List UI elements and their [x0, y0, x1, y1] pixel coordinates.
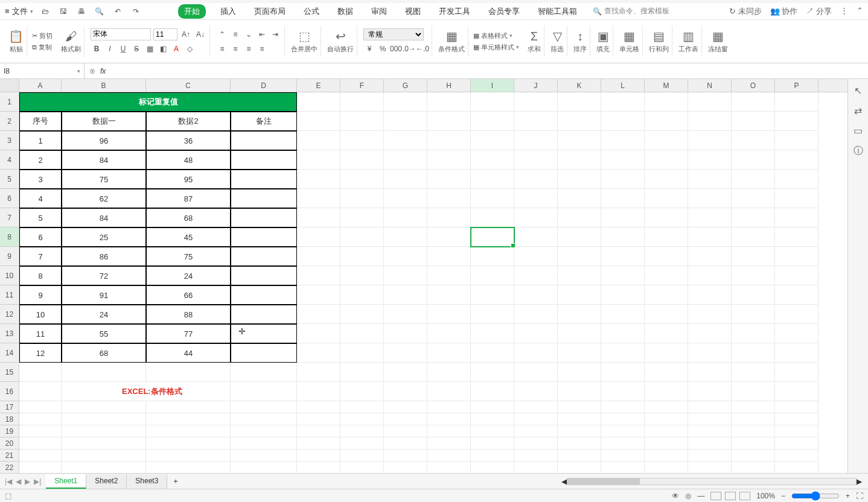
cell[interactable]: [297, 450, 340, 462]
cut-button[interactable]: ✂ 剪切: [32, 31, 53, 40]
cell[interactable]: 86: [62, 247, 146, 266]
cell[interactable]: [775, 450, 819, 462]
cell[interactable]: [514, 363, 558, 382]
cell[interactable]: [427, 131, 471, 150]
cell[interactable]: [427, 343, 471, 363]
cell[interactable]: [514, 343, 558, 363]
cell[interactable]: [427, 266, 471, 285]
cell[interactable]: [558, 437, 601, 450]
cell[interactable]: [384, 131, 427, 150]
cell[interactable]: 标记重复值: [19, 92, 297, 112]
cell[interactable]: [775, 425, 819, 437]
cell[interactable]: [558, 92, 601, 112]
cell[interactable]: [732, 189, 775, 208]
merge-center-button[interactable]: ⬚合并居中: [291, 29, 318, 54]
cell[interactable]: [732, 150, 775, 170]
cell[interactable]: [688, 92, 732, 112]
cell[interactable]: [732, 462, 775, 473]
cell[interactable]: [688, 131, 732, 150]
tab-next-icon[interactable]: ▶: [25, 477, 30, 486]
row-header[interactable]: 17: [0, 401, 19, 413]
cell[interactable]: [384, 285, 427, 305]
cell[interactable]: [558, 285, 601, 305]
cell[interactable]: [427, 305, 471, 324]
cell[interactable]: [231, 285, 297, 305]
cell[interactable]: [601, 462, 645, 473]
cell[interactable]: [514, 266, 558, 285]
print-preview-icon[interactable]: 🔍: [94, 5, 106, 17]
cell[interactable]: [645, 363, 688, 382]
cell[interactable]: [688, 150, 732, 170]
cell[interactable]: [558, 450, 601, 462]
cell[interactable]: [297, 413, 340, 425]
cell[interactable]: [732, 401, 775, 413]
cell[interactable]: [384, 462, 427, 473]
cell[interactable]: [427, 437, 471, 450]
cell[interactable]: [732, 227, 775, 247]
toolbox-icon[interactable]: ▭: [854, 125, 863, 136]
cell[interactable]: [471, 425, 514, 437]
cell[interactable]: [297, 425, 340, 437]
wrap-text-button[interactable]: ↩自动换行: [327, 29, 354, 54]
cell[interactable]: [427, 92, 471, 112]
cell[interactable]: [558, 343, 601, 363]
spreadsheet-grid[interactable]: ABCDEFGHIJKLMNOP 1标记重复值2序号数据一数据2备注319636…: [0, 79, 847, 473]
cell[interactable]: [514, 413, 558, 425]
save-icon[interactable]: 🖫: [57, 5, 69, 17]
cell[interactable]: [558, 189, 601, 208]
cell[interactable]: [384, 425, 427, 437]
cell[interactable]: [645, 266, 688, 285]
cell[interactable]: 84: [62, 150, 146, 170]
collapse-ribbon-icon[interactable]: ⌃: [857, 6, 863, 17]
cell[interactable]: [514, 305, 558, 324]
cell[interactable]: [775, 170, 819, 189]
cell[interactable]: [231, 413, 297, 425]
cell[interactable]: [146, 437, 231, 450]
cell[interactable]: [732, 112, 775, 131]
cell[interactable]: [688, 343, 732, 363]
cell[interactable]: [732, 413, 775, 425]
cell[interactable]: [775, 227, 819, 247]
cell[interactable]: [231, 131, 297, 150]
cell[interactable]: [601, 450, 645, 462]
cell[interactable]: 66: [146, 285, 231, 305]
cell[interactable]: [558, 363, 601, 382]
cell[interactable]: [384, 401, 427, 413]
cell[interactable]: [297, 92, 340, 112]
copy-button[interactable]: ⧉ 复制: [32, 43, 53, 52]
clear-format-button[interactable]: ◇: [183, 43, 196, 55]
cell[interactable]: [775, 247, 819, 266]
cell[interactable]: [231, 208, 297, 227]
cell[interactable]: [775, 208, 819, 227]
cell[interactable]: [688, 324, 732, 343]
cell[interactable]: 24: [62, 305, 146, 324]
cell[interactable]: [601, 247, 645, 266]
zoom-slider[interactable]: [791, 491, 840, 501]
cell[interactable]: [645, 425, 688, 437]
cell[interactable]: 84: [62, 208, 146, 227]
undo-icon[interactable]: ↶: [112, 5, 124, 17]
cell[interactable]: [514, 131, 558, 150]
fill-color-button[interactable]: ◧: [157, 43, 169, 55]
font-size-selector[interactable]: [153, 28, 177, 40]
cell[interactable]: [732, 437, 775, 450]
cell[interactable]: [601, 437, 645, 450]
cell[interactable]: [558, 208, 601, 227]
normal-view-icon[interactable]: [710, 492, 721, 500]
cell[interactable]: [19, 401, 62, 413]
cell[interactable]: 12: [19, 343, 62, 363]
cell[interactable]: 备注: [231, 112, 297, 131]
cell[interactable]: 8: [19, 266, 62, 285]
cell[interactable]: [340, 324, 384, 343]
cell[interactable]: [427, 324, 471, 343]
increase-font-icon[interactable]: A↑: [180, 28, 192, 40]
underline-button[interactable]: U: [117, 43, 129, 55]
command-search[interactable]: 🔍 查找命令、搜索模板: [593, 6, 669, 16]
cell[interactable]: [297, 227, 340, 247]
cell[interactable]: [384, 305, 427, 324]
cell[interactable]: [297, 247, 340, 266]
cell[interactable]: 1: [19, 131, 62, 150]
cell[interactable]: [231, 247, 297, 266]
cell[interactable]: 68: [62, 343, 146, 363]
cell[interactable]: [62, 363, 146, 382]
